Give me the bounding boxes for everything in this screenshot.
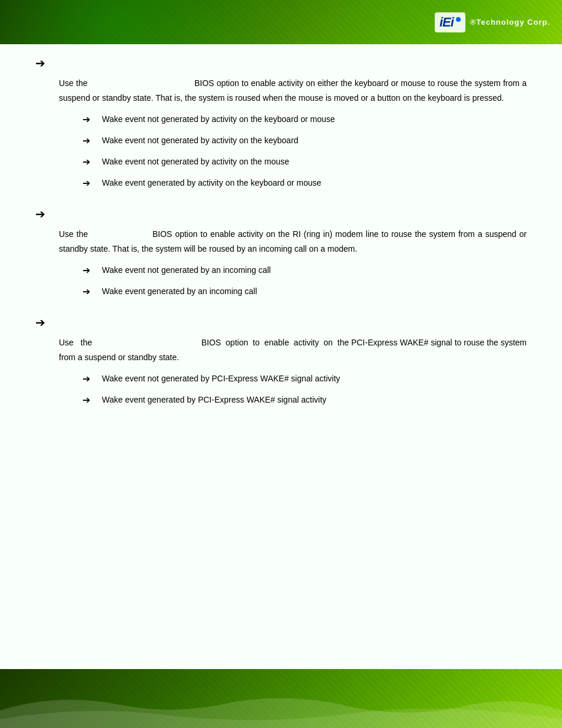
option-text-7: Wake event not generated by PCI-Express …	[102, 372, 340, 386]
option-item: ➔ Wake event not generated by activity o…	[82, 113, 527, 127]
section3-text: Use the BIOS option to enable activity o…	[59, 335, 527, 365]
section2-text: Use the BIOS option to enable activity o…	[59, 227, 527, 256]
option-arrow-3: ➔	[82, 156, 90, 167]
option-text-6: Wake event generated by an incoming call	[102, 285, 257, 299]
option-item: ➔ Wake event not generated by activity o…	[82, 134, 527, 148]
option-item: ➔ Wake event generated by PCI-Express WA…	[82, 393, 527, 407]
option-item: ➔ Wake event not generated by activity o…	[82, 155, 527, 169]
section2-options: ➔ Wake event not generated by an incomin…	[82, 263, 527, 299]
option-text-1: Wake event not generated by activity on …	[102, 113, 335, 127]
logo-dot	[456, 17, 461, 22]
section1-body: Use the BIOS option to enable activity o…	[59, 76, 527, 190]
option-text-8: Wake event generated by PCI-Express WAKE…	[102, 393, 326, 407]
footer-wave-decoration	[0, 693, 562, 728]
section3-body: Use the BIOS option to enable activity o…	[59, 335, 527, 407]
section3-options: ➔ Wake event not generated by PCI-Expres…	[82, 372, 527, 407]
option-arrow-1: ➔	[82, 114, 90, 125]
option-arrow-8: ➔	[82, 394, 90, 406]
logo-tagline: ®Technology Corp.	[470, 18, 550, 27]
section1-text: Use the BIOS option to enable activity o…	[59, 76, 527, 106]
option-arrow-6: ➔	[82, 286, 90, 297]
option-item: ➔ Wake event generated by activity on th…	[82, 176, 527, 190]
logo-iei-text: iEi	[439, 15, 454, 30]
option-text-5: Wake event not generated by an incoming …	[102, 263, 271, 278]
section2-top-arrow: ➔	[35, 207, 527, 221]
logo-iei: iEi	[435, 12, 465, 32]
header-banner: iEi ®Technology Corp.	[0, 0, 562, 44]
section-3: ➔ Use the BIOS option to enable activity…	[35, 315, 527, 407]
option-item: ➔ Wake event not generated by PCI-Expres…	[82, 372, 527, 386]
option-arrow-5: ➔	[82, 265, 90, 276]
section3-top-arrow: ➔	[35, 315, 527, 330]
option-arrow-7: ➔	[82, 373, 90, 384]
option-arrow-4: ➔	[82, 177, 90, 189]
option-text-4: Wake event generated by activity on the …	[102, 176, 321, 190]
section-1: ➔ Use the BIOS option to enable activity…	[35, 56, 527, 190]
section2-body: Use the BIOS option to enable activity o…	[59, 227, 527, 299]
section1-options: ➔ Wake event not generated by activity o…	[82, 113, 527, 190]
option-text-3: Wake event not generated by activity on …	[102, 155, 289, 169]
option-arrow-2: ➔	[82, 135, 90, 146]
option-text-2: Wake event not generated by activity on …	[102, 134, 298, 148]
option-item: ➔ Wake event generated by an incoming ca…	[82, 285, 527, 299]
main-content: ➔ Use the BIOS option to enable activity…	[0, 44, 562, 669]
section-2: ➔ Use the BIOS option to enable activity…	[35, 207, 527, 299]
section1-top-arrow: ➔	[35, 56, 527, 70]
footer-banner	[0, 669, 562, 728]
logo-area: iEi ®Technology Corp.	[435, 12, 550, 32]
option-item: ➔ Wake event not generated by an incomin…	[82, 263, 527, 278]
